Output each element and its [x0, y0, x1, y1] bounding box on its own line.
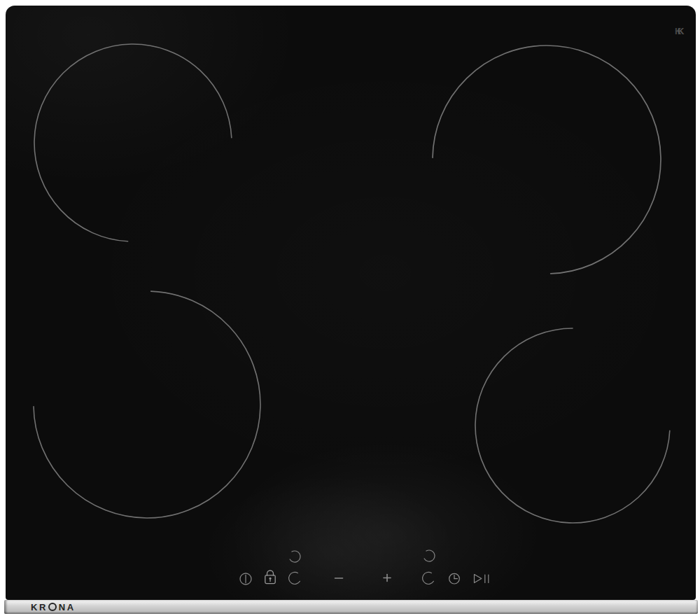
front-right-burner-ring: [475, 328, 670, 523]
rear-right-zone-select-key[interactable]: [424, 550, 435, 561]
lock-key[interactable]: [265, 570, 275, 584]
play-pause-key[interactable]: [475, 575, 489, 583]
logo-o-ring-icon: [48, 603, 57, 611]
plus-key[interactable]: [384, 575, 391, 582]
front-left-burner-ring: [34, 291, 260, 518]
logo-text-na: NA: [59, 602, 76, 612]
krona-logo: KRNA: [31, 600, 76, 614]
brand-mark-k-icon: K K: [669, 25, 690, 39]
ceramic-glass-surface: K K: [6, 6, 696, 600]
cooktop-graphics: [0, 0, 700, 616]
front-left-zone-select-key[interactable]: [289, 572, 300, 584]
lock-icon: [267, 570, 274, 575]
zone-selector-keys: [289, 550, 435, 584]
timer-key[interactable]: [449, 573, 460, 584]
brand-mark-k: K: [678, 26, 684, 36]
rear-left-burner-ring: [34, 44, 232, 241]
play-icon: [475, 575, 482, 583]
stainless-trim-strip: KRNA: [4, 600, 698, 614]
rear-right-burner-ring: [433, 46, 661, 274]
logo-text-kr: KR: [31, 602, 48, 612]
power-key[interactable]: [240, 573, 251, 584]
front-right-zone-select-key[interactable]: [423, 572, 434, 584]
rear-left-zone-select-key[interactable]: [290, 551, 300, 562]
burner-rings: [34, 44, 670, 523]
cooktop-product-image: K K KRNA: [0, 0, 700, 616]
